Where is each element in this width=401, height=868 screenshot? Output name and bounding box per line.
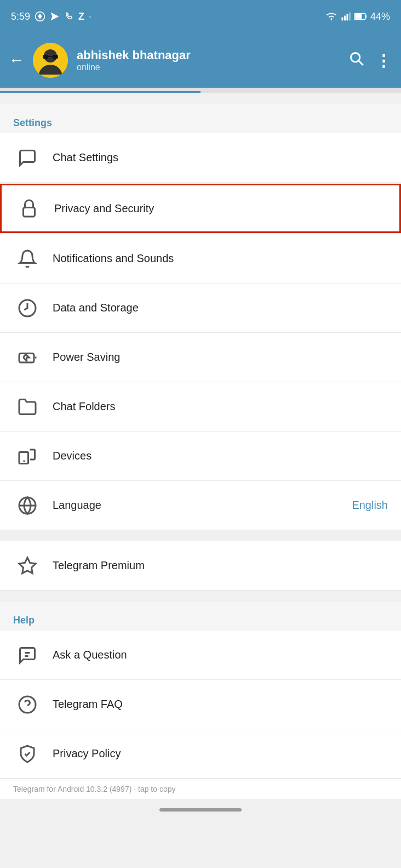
svg-line-14	[359, 60, 363, 65]
svg-rect-15	[24, 208, 35, 217]
ask-question-item[interactable]: Ask a Question	[0, 631, 401, 680]
question-icon	[18, 695, 37, 714]
privacy-policy-item[interactable]: Privacy Policy	[0, 729, 401, 779]
header: ← abhishek bhatnagar online ⋮	[0, 33, 401, 88]
send-icon	[50, 12, 60, 21]
signal-bars-icon	[341, 12, 351, 21]
language-value: English	[352, 499, 388, 512]
header-info: abhishek bhatnagar online	[77, 48, 340, 72]
devices-icon	[13, 442, 42, 470]
z-indicator: Z	[78, 11, 84, 22]
chat-folders-icon	[13, 393, 42, 421]
bell-icon	[18, 249, 37, 269]
back-button[interactable]: ←	[9, 52, 24, 69]
signal-icon	[35, 11, 45, 22]
premium-separator-top	[0, 530, 401, 541]
ask-question-label: Ask a Question	[53, 649, 388, 661]
version-text[interactable]: Telegram for Android 10.3.2 (4997) · tap…	[0, 779, 401, 799]
search-icon	[349, 51, 364, 66]
telegram-faq-item[interactable]: Telegram FAQ	[0, 680, 401, 729]
power-saving-item[interactable]: Power Saving	[0, 333, 401, 382]
privacy-policy-icon	[13, 740, 42, 768]
power-saving-icon	[13, 343, 42, 372]
globe-icon	[18, 496, 37, 515]
chat-icon	[18, 148, 37, 168]
battery-percent: 44%	[370, 11, 390, 22]
top-separator	[0, 93, 401, 104]
devices-svg-icon	[18, 446, 37, 466]
svg-rect-10	[43, 55, 48, 59]
phone-icon	[64, 12, 74, 21]
shield-check-icon	[18, 744, 37, 764]
language-item[interactable]: Language English	[0, 481, 401, 530]
power-saving-label: Power Saving	[53, 351, 388, 364]
wifi-icon	[325, 12, 337, 21]
svg-rect-4	[346, 14, 348, 21]
search-button[interactable]	[349, 51, 364, 70]
home-indicator	[159, 808, 242, 812]
version-label: Telegram for Android 10.3.2 (4997) · tap…	[13, 785, 176, 793]
telegram-faq-icon	[13, 690, 42, 719]
more-button[interactable]: ⋮	[375, 51, 392, 70]
notifications-sounds-label: Notifications and Sounds	[53, 252, 388, 265]
language-label: Language	[53, 499, 352, 512]
star-icon	[18, 556, 37, 576]
status-bar: 5:59 Z · 44%	[0, 0, 401, 33]
devices-label: Devices	[53, 450, 388, 462]
privacy-security-label: Privacy and Security	[54, 202, 386, 215]
privacy-security-icon	[15, 194, 43, 223]
chat-settings-label: Chat Settings	[53, 151, 388, 164]
status-left: 5:59 Z ·	[11, 11, 91, 22]
bubble-icon	[18, 645, 37, 665]
notifications-sounds-item[interactable]: Notifications and Sounds	[0, 234, 401, 283]
battery-charging-icon	[18, 348, 37, 367]
user-status: online	[77, 63, 340, 72]
settings-section: Settings Chat Settings Privacy and Secur…	[0, 104, 401, 530]
ask-question-icon	[13, 641, 42, 670]
help-separator-top	[0, 591, 401, 602]
telegram-premium-label: Telegram Premium	[53, 559, 388, 572]
folder-icon	[18, 397, 37, 417]
telegram-premium-icon	[13, 552, 42, 580]
premium-section: Telegram Premium	[0, 541, 401, 591]
chat-folders-label: Chat Folders	[53, 400, 388, 413]
status-right: 44%	[325, 11, 390, 22]
avatar	[33, 43, 68, 78]
svg-rect-5	[349, 13, 351, 21]
clock-icon	[18, 298, 37, 318]
chat-settings-item[interactable]: Chat Settings	[0, 133, 401, 183]
settings-title: Settings	[13, 117, 52, 128]
lock-icon	[19, 198, 39, 218]
telegram-premium-item[interactable]: Telegram Premium	[0, 541, 401, 591]
tab-indicator	[0, 88, 401, 93]
data-storage-label: Data and Storage	[53, 302, 388, 314]
svg-marker-23	[19, 558, 36, 574]
privacy-policy-label: Privacy Policy	[53, 747, 388, 760]
data-storage-item[interactable]: Data and Storage	[0, 283, 401, 333]
svg-rect-2	[341, 18, 343, 21]
language-icon	[13, 491, 42, 520]
avatar-image	[33, 43, 68, 78]
telegram-faq-label: Telegram FAQ	[53, 698, 388, 711]
data-storage-icon	[13, 294, 42, 322]
privacy-security-item[interactable]: Privacy and Security	[0, 184, 401, 233]
svg-rect-3	[344, 16, 346, 21]
dot-indicator: ·	[89, 11, 91, 22]
chat-settings-icon	[13, 144, 42, 172]
notifications-sounds-icon	[13, 245, 42, 273]
tab-active-indicator	[0, 91, 200, 93]
bottom-nav	[0, 799, 401, 821]
user-name: abhishek bhatnagar	[77, 48, 340, 63]
time: 5:59	[11, 11, 30, 22]
help-title: Help	[13, 615, 35, 626]
svg-rect-7	[355, 14, 362, 19]
settings-header: Settings	[0, 104, 401, 133]
battery-icon	[354, 13, 367, 20]
header-icons: ⋮	[349, 51, 392, 70]
chat-folders-item[interactable]: Chat Folders	[0, 382, 401, 432]
svg-rect-11	[53, 55, 58, 59]
devices-item[interactable]: Devices	[0, 432, 401, 481]
svg-marker-1	[51, 13, 59, 21]
svg-point-13	[351, 53, 360, 61]
help-section: Help Ask a Question Telegram FAQ	[0, 602, 401, 779]
